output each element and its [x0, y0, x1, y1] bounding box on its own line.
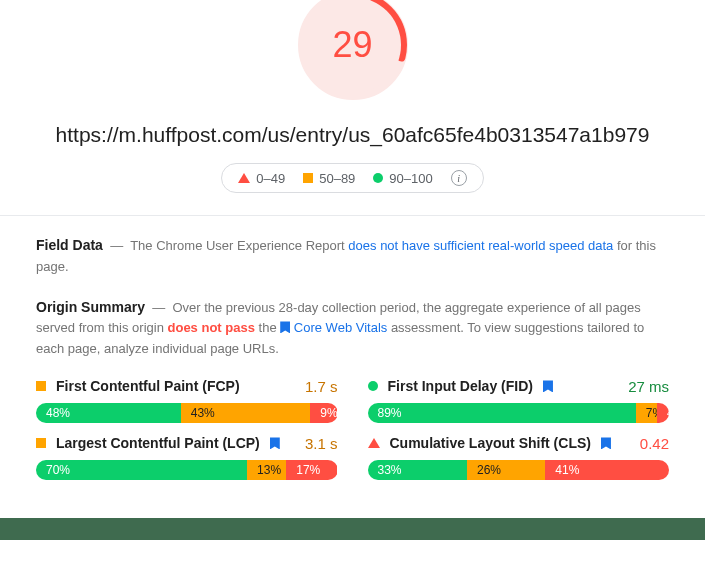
- metric-lcp-name: Largest Contentful Paint (LCP): [56, 435, 260, 451]
- metric-fid: First Input Delay (FID) 27 ms 89%7%4%: [368, 378, 670, 423]
- bar-segment: 9%: [310, 403, 337, 423]
- circle-green-icon: [373, 173, 383, 183]
- field-data-link[interactable]: does not have sufficient real-world spee…: [348, 238, 613, 253]
- metric-cls-name: Cumulative Layout Shift (CLS): [390, 435, 591, 451]
- bar-segment: 17%: [286, 460, 337, 480]
- metric-fid-value: 27 ms: [628, 378, 669, 395]
- square-orange-icon: [36, 381, 46, 391]
- bar-segment: 43%: [181, 403, 311, 423]
- legend-poor-label: 0–49: [256, 171, 285, 186]
- metric-fcp-name: First Contentful Paint (FCP): [56, 378, 240, 394]
- legend-good-label: 90–100: [389, 171, 432, 186]
- bar-segment: 13%: [247, 460, 286, 480]
- metric-cls: Cumulative Layout Shift (CLS) 0.42 33%26…: [368, 435, 670, 480]
- page-url: https://m.huffpost.com/us/entry/us_60afc…: [26, 123, 680, 147]
- bar-segment: 48%: [36, 403, 181, 423]
- footer-bar: [0, 518, 705, 540]
- metric-cls-bar: 33%26%41%: [368, 460, 670, 480]
- square-orange-icon: [36, 438, 46, 448]
- bar-segment: 4%: [657, 403, 669, 423]
- legend-good: 90–100: [373, 171, 432, 186]
- metric-lcp: Largest Contentful Paint (LCP) 3.1 s 70%…: [36, 435, 338, 480]
- metric-lcp-bar: 70%13%17%: [36, 460, 338, 480]
- score-legend: 0–49 50–89 90–100 i: [221, 163, 483, 193]
- bookmark-icon: [270, 437, 280, 449]
- bookmark-icon: [601, 437, 611, 449]
- metric-fcp: First Contentful Paint (FCP) 1.7 s 48%43…: [36, 378, 338, 423]
- bookmark-icon: [280, 321, 290, 333]
- core-web-vitals-link[interactable]: Core Web Vitals: [290, 320, 387, 335]
- bookmark-icon: [543, 380, 553, 392]
- gauge-score: 29: [332, 24, 372, 66]
- field-data-section: Field Data — The Chrome User Experience …: [0, 216, 705, 278]
- metric-fid-bar: 89%7%4%: [368, 403, 670, 423]
- performance-gauge: 29: [293, 0, 413, 105]
- bar-segment: 70%: [36, 460, 247, 480]
- square-orange-icon: [303, 173, 313, 183]
- field-data-prefix: The Chrome User Experience Report: [130, 238, 348, 253]
- bar-segment: 7%: [636, 403, 657, 423]
- triangle-red-icon: [238, 173, 250, 183]
- bar-segment: 33%: [368, 460, 467, 480]
- triangle-red-icon: [368, 438, 380, 448]
- legend-poor: 0–49: [238, 171, 285, 186]
- metric-fcp-bar: 48%43%9%: [36, 403, 338, 423]
- circle-green-icon: [368, 381, 378, 391]
- origin-text-2: the: [255, 320, 280, 335]
- metric-fid-name: First Input Delay (FID): [388, 378, 533, 394]
- field-data-title: Field Data: [36, 237, 103, 253]
- origin-fail: does not pass: [168, 320, 255, 335]
- metric-lcp-value: 3.1 s: [305, 435, 338, 452]
- bar-segment: 89%: [368, 403, 636, 423]
- bar-segment: 41%: [545, 460, 669, 480]
- legend-average: 50–89: [303, 171, 355, 186]
- origin-summary-section: Origin Summary — Over the previous 28-da…: [0, 278, 705, 360]
- metric-fcp-value: 1.7 s: [305, 378, 338, 395]
- info-icon[interactable]: i: [451, 170, 467, 186]
- legend-average-label: 50–89: [319, 171, 355, 186]
- origin-summary-title: Origin Summary: [36, 299, 145, 315]
- bar-segment: 26%: [467, 460, 545, 480]
- metric-cls-value: 0.42: [640, 435, 669, 452]
